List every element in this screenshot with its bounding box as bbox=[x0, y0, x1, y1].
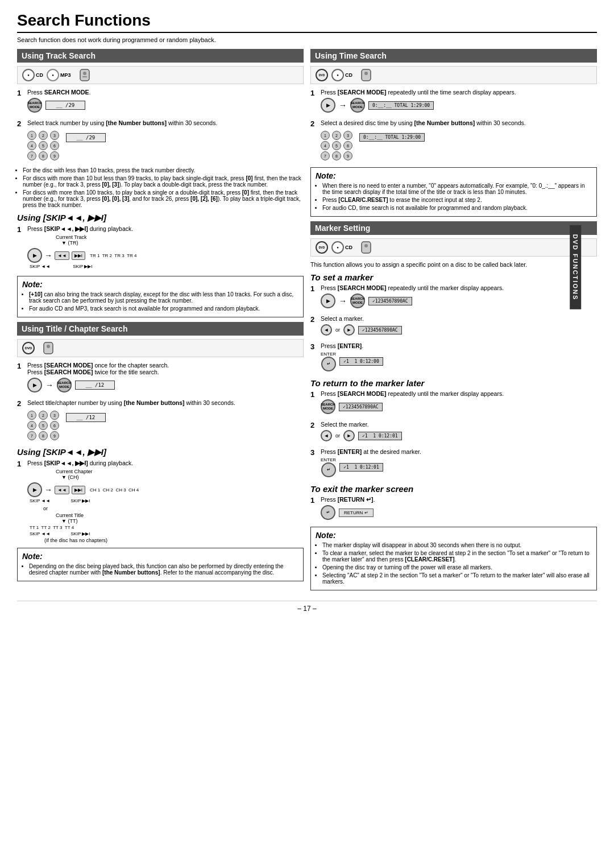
marker-display-2: ✓1234567890AC bbox=[358, 326, 402, 334]
note-title-marker: Note: bbox=[316, 531, 592, 540]
title-chapter-section: Using Title / Chapter Search DVD 1 Press… bbox=[17, 322, 304, 443]
exit-marker-title: To exit the marker screen bbox=[310, 484, 597, 494]
svg-point-8 bbox=[364, 244, 368, 247]
enter-btn-rm3[interactable]: ↵ bbox=[321, 462, 336, 477]
cd-icon-ms: ● CD bbox=[331, 241, 352, 254]
return-marker-step1: 1 Press [SEARCH MODE] repeatedly until t… bbox=[310, 390, 597, 416]
time-display-2: 0:__:__ TOTAL 1:29:00 bbox=[359, 133, 425, 142]
skip-fwd-btn-1[interactable]: ▶▶I bbox=[72, 251, 85, 260]
skip-fwd-btn-2[interactable]: ▶▶I bbox=[72, 486, 85, 494]
skip1-step1: 1 Press [SKIP◄◄, ▶▶I] during playback. C… bbox=[17, 225, 304, 271]
set-marker-title: To set a marker bbox=[310, 272, 597, 282]
return-marker-display-3: ✓1 1 0:12:01 bbox=[339, 463, 383, 472]
cd-icon-ts: ● CD bbox=[331, 69, 352, 81]
time-display-1: 0:__:__ TOTAL 1:29:00 bbox=[368, 101, 434, 110]
note-content-marker: The marker display will disappear in abo… bbox=[316, 542, 592, 585]
note-box-1: Note: [+10] can also bring the track sea… bbox=[17, 276, 304, 317]
play-btn-sm1[interactable]: ▶ bbox=[321, 294, 335, 308]
tc-step2: 2 Select title/chapter number by using [… bbox=[17, 399, 304, 443]
skip-chapter-diagram: ▶ → ◄◄ ▶▶I CH 1 CH 2 CH 3 CH 4 SKIP ◄◄ S… bbox=[27, 482, 304, 503]
return-display: RETURN ↵ bbox=[339, 509, 374, 517]
track-search-bullets: For the disc with less than 10 tracks, p… bbox=[23, 167, 304, 208]
enter-btn-wrapper: ENTER ↵ bbox=[321, 352, 336, 371]
return-marker-step3: 3 Press [ENTER] at the desired marker. E… bbox=[310, 448, 597, 480]
play-btn-tc[interactable]: ▶ bbox=[27, 378, 42, 392]
note-box-marker: Note: The marker display will disappear … bbox=[310, 527, 597, 590]
remote-icon-ms bbox=[358, 241, 374, 254]
marker-setting-header: Marker Setting bbox=[310, 221, 597, 235]
svg-rect-2 bbox=[82, 76, 87, 77]
search-mode-btn-tc[interactable]: SEARCH MODE bbox=[57, 378, 72, 392]
select-left-btn-rm[interactable]: ◄ bbox=[321, 430, 332, 441]
select-right-btn[interactable]: ► bbox=[343, 324, 355, 336]
mp3-icon: ● MP3 bbox=[47, 69, 71, 81]
set-marker-section: To set a marker 1 Press [SEARCH MODE] re… bbox=[310, 272, 597, 374]
dvd-functions-tab: DVD FUNCTIONS bbox=[570, 225, 581, 309]
marker-display-1: ✓1234567890AC bbox=[368, 297, 412, 305]
marker-setting-section: Marker Setting DVD ● CD This function al… bbox=[310, 221, 597, 268]
tc-display-1: __ /12 bbox=[75, 381, 115, 390]
skip-section-2: Using [SKIP◄◄, ▶▶I] 1 Press [SKIP◄◄, ▶▶I… bbox=[17, 447, 304, 543]
title-chapter-header: Using Title / Chapter Search bbox=[17, 322, 304, 336]
dvd-icon-ms: DVD bbox=[316, 241, 328, 254]
select-left-btn[interactable]: ◄ bbox=[321, 324, 332, 336]
skip-track-diagram: ▶ → ◄◄ ▶▶I TR 1 TR 2 TR 3 TR 4 SKIP ◄◄ S… bbox=[27, 248, 304, 269]
number-buttons-grid-ts: 1 2 3 4 5 6 7 8 9 bbox=[321, 131, 354, 160]
search-mode-btn-sm1[interactable]: SEARCH MODE bbox=[350, 294, 365, 308]
track-search-section: Using Track Search ● CD ● MP3 bbox=[17, 49, 304, 208]
play-btn[interactable]: ▶ bbox=[27, 248, 42, 263]
exit-marker-section: To exit the marker screen 1 Press [RETUR… bbox=[310, 484, 597, 522]
search-mode-btn-ts[interactable]: SEARCH MODE bbox=[350, 98, 365, 113]
page-title: Search Functions bbox=[17, 11, 597, 33]
play-btn-ts[interactable]: ▶ bbox=[321, 98, 335, 113]
left-column: Using Track Search ● CD ● MP3 bbox=[17, 49, 304, 595]
marker-disc-icons: DVD ● CD bbox=[310, 238, 597, 257]
remote-icon-tc bbox=[40, 342, 56, 354]
marker-display-3: ✓1 1 0:12:00 bbox=[339, 357, 383, 366]
return-marker-step2: 2 Select the marker. ◄ or ► ✓1 1 0:12:01 bbox=[310, 421, 597, 444]
note-title-2: Note: bbox=[22, 552, 298, 561]
remote-icon-ts bbox=[358, 69, 374, 81]
select-right-btn-rm[interactable]: ► bbox=[343, 430, 355, 441]
svg-point-4 bbox=[47, 345, 50, 348]
exit-marker-step1: 1 Press [RETURN ↵]. ↵ RETURN ↵ bbox=[310, 496, 597, 522]
skip-header-2: Using [SKIP◄◄, ▶▶I] bbox=[17, 447, 304, 457]
track-display-2: __ /29 bbox=[66, 133, 106, 142]
time-search-disc-icons: DVD ● CD bbox=[310, 66, 597, 84]
track-search-header: Using Track Search bbox=[17, 49, 304, 63]
right-column: Using Time Search DVD ● CD 1 bbox=[310, 49, 597, 595]
track-search-disc-icons: ● CD ● MP3 bbox=[17, 66, 304, 84]
return-btn[interactable]: ↵ bbox=[321, 505, 335, 520]
cd-icon: ● CD bbox=[22, 69, 43, 81]
marker-intro: This function allows you to assign a spe… bbox=[310, 261, 597, 268]
search-mode-btn[interactable]: SEARCH MODE bbox=[27, 98, 42, 113]
enter-btn-wrapper-rm: ENTER ↵ bbox=[321, 457, 336, 477]
enter-btn-sm3[interactable]: ↵ bbox=[321, 357, 336, 371]
track-display-1: __ /29 bbox=[45, 101, 85, 110]
note-content-time: When there is no need to enter a number,… bbox=[316, 183, 592, 211]
dvd-icon-ts: DVD bbox=[316, 69, 328, 81]
number-buttons-grid: 1 2 3 4 5 6 7 8 9 bbox=[27, 131, 60, 160]
title-chapter-disc-icons: DVD bbox=[17, 339, 304, 357]
page-number: – 17 – bbox=[17, 601, 597, 613]
track-search-step1: 1 Press SEARCH MODE. SEARCH MODE __ /29 bbox=[17, 89, 304, 115]
skip2-step1: 1 Press [SKIP◄◄, ▶▶I] during playback. C… bbox=[17, 460, 304, 543]
skip-section-1: Using [SKIP◄◄, ▶▶I] 1 Press [SKIP◄◄, ▶▶I… bbox=[17, 213, 304, 271]
play-btn-skip2[interactable]: ▶ bbox=[27, 482, 42, 497]
return-marker-title: To return to the marker later bbox=[310, 378, 597, 388]
svg-point-1 bbox=[83, 72, 86, 75]
set-marker-step2: 2 Select a marker. ◄ or ► ✓1234567890AC bbox=[310, 315, 597, 338]
note-title-time: Note: bbox=[316, 171, 592, 180]
svg-point-6 bbox=[364, 72, 368, 75]
skip-back-btn-2[interactable]: ◄◄ bbox=[55, 486, 69, 494]
note-content-2: Depending on the disc being played back,… bbox=[22, 563, 298, 576]
skip-header-1: Using [SKIP◄◄, ▶▶I] bbox=[17, 213, 304, 223]
search-mode-btn-rm1[interactable]: SEARCH MODE bbox=[321, 399, 335, 414]
time-search-header: Using Time Search bbox=[310, 49, 597, 63]
note-box-time: Note: When there is no need to enter a n… bbox=[310, 167, 597, 217]
dvd-icon-tc: DVD bbox=[22, 342, 35, 354]
tc-step1: 1 Press [SEARCH MODE] once for the chapt… bbox=[17, 362, 304, 395]
note-content-1: [+10] can also bring the track search di… bbox=[22, 291, 298, 312]
skip-back-btn-1[interactable]: ◄◄ bbox=[55, 251, 69, 260]
note-box-2: Note: Depending on the disc being played… bbox=[17, 548, 304, 581]
